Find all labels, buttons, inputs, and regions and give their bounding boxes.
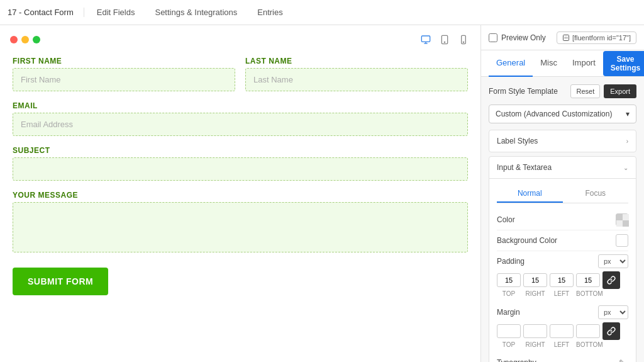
message-field: YOUR MESSAGE <box>13 191 468 252</box>
svg-rect-0 <box>421 36 430 42</box>
margin-top-label: TOP <box>497 341 521 348</box>
message-row: YOUR MESSAGE <box>13 191 468 252</box>
form-preview-area: FIRST NAME LAST NAME EMAIL SUBJECT <box>0 25 480 362</box>
typography-edit-icon[interactable]: ✎ <box>616 356 628 362</box>
normal-focus-tabs: Normal Focus <box>497 185 628 203</box>
padding-link-button[interactable] <box>602 271 620 289</box>
email-row: EMAIL <box>13 101 468 136</box>
svg-rect-13 <box>616 220 623 227</box>
panel-tabs-row: General Misc Import Save Settings <box>481 50 644 77</box>
margin-bottom-input[interactable] <box>576 324 600 338</box>
subtab-focus[interactable]: Focus <box>563 185 629 203</box>
svg-rect-12 <box>623 214 629 220</box>
template-dropdown[interactable]: Custom (Advanced Customization) ▾ <box>489 105 636 123</box>
right-settings-panel: Preview Only [fluentform id="17"] Genera… <box>480 25 644 362</box>
input-textarea-accordion: Input & Textarea ⌄ Normal Focus Color <box>489 156 636 362</box>
tablet-icon[interactable] <box>438 33 452 47</box>
email-input[interactable] <box>13 113 468 136</box>
device-switcher <box>419 33 470 47</box>
window-dots <box>10 36 40 43</box>
svg-point-4 <box>444 42 445 42</box>
reset-button[interactable]: Reset <box>570 84 600 98</box>
form-style-label: Form Style Template <box>489 87 558 96</box>
typography-actions: ✎ <box>616 356 628 362</box>
margin-bottom-label: BOTTOM <box>576 341 600 348</box>
dot-green <box>33 36 40 43</box>
color-label: Color <box>497 215 515 224</box>
last-name-label: LAST NAME <box>245 57 468 65</box>
input-textarea-header[interactable]: Input & Textarea ⌄ <box>489 157 636 178</box>
message-textarea[interactable] <box>13 202 468 252</box>
preview-only-check-input[interactable] <box>489 33 497 42</box>
svg-point-6 <box>463 42 464 42</box>
subject-row: SUBJECT <box>13 146 468 181</box>
form-style-buttons: Reset Export <box>570 84 636 98</box>
margin-label: Margin <box>497 308 520 317</box>
padding-unit-select[interactable]: pxem% <box>598 254 628 268</box>
margin-top-input[interactable] <box>497 324 521 338</box>
padding-label: Padding <box>497 257 525 266</box>
tab-general[interactable]: General <box>489 50 533 77</box>
typography-row: Typography ✎ <box>497 353 628 362</box>
mobile-icon[interactable] <box>457 33 470 47</box>
last-name-field: LAST NAME <box>245 57 468 91</box>
name-row: FIRST NAME LAST NAME <box>13 57 468 91</box>
last-name-input[interactable] <box>245 68 468 91</box>
submit-button[interactable]: SUBMIT FORM <box>13 268 108 295</box>
panel-topbar: Preview Only [fluentform id="17"] <box>481 25 644 50</box>
chevron-down-icon: ▾ <box>626 110 630 118</box>
preview-only-checkbox[interactable]: Preview Only <box>489 33 546 42</box>
chevron-down-icon: ⌄ <box>623 164 628 171</box>
margin-right-label: RIGHT <box>523 341 547 348</box>
color-swatch[interactable] <box>616 213 628 226</box>
edit-fields-nav[interactable]: Edit Fields <box>87 0 145 25</box>
input-textarea-label: Input & Textarea <box>497 163 552 172</box>
margin-link-button[interactable] <box>602 322 620 340</box>
tab-misc[interactable]: Misc <box>533 50 565 77</box>
first-name-input[interactable] <box>13 68 235 91</box>
subject-label: SUBJECT <box>13 146 468 155</box>
first-name-label: FIRST NAME <box>13 57 235 65</box>
template-dropdown-value: Custom (Advanced Customization) <box>496 110 612 118</box>
entries-nav[interactable]: Entries <box>247 0 292 25</box>
padding-right-input[interactable] <box>523 273 547 287</box>
padding-left-input[interactable] <box>550 273 574 287</box>
margin-unit-select[interactable]: pxem% <box>598 305 628 319</box>
settings-nav[interactable]: Settings & Integrations <box>145 0 247 25</box>
save-settings-button[interactable]: Save Settings <box>603 51 644 76</box>
message-label: YOUR MESSAGE <box>13 191 468 200</box>
padding-left-label: LEFT <box>550 290 574 297</box>
label-styles-accordion: Label Styles › <box>489 130 636 152</box>
form-title: 17 - Contact Form <box>8 8 84 17</box>
input-textarea-content: Normal Focus Color Background Color <box>489 178 636 362</box>
top-navigation: 17 - Contact Form Edit Fields Settings &… <box>0 0 644 25</box>
padding-label-row: Padding pxem% <box>497 251 628 271</box>
window-controls-bar <box>0 25 480 52</box>
margin-right-input[interactable] <box>523 324 547 338</box>
dot-yellow <box>21 36 29 43</box>
margin-left-label: LEFT <box>550 341 574 348</box>
first-name-field: FIRST NAME <box>13 57 235 91</box>
svg-rect-11 <box>623 220 629 227</box>
padding-bottom-input[interactable] <box>576 273 600 287</box>
export-button[interactable]: Export <box>604 84 636 98</box>
background-color-label: Background Color <box>497 236 557 245</box>
desktop-icon[interactable] <box>419 33 433 47</box>
svg-rect-7 <box>563 35 569 40</box>
subtab-normal[interactable]: Normal <box>497 185 563 203</box>
padding-bottom-label: BOTTOM <box>576 290 600 297</box>
shortcode-tag[interactable]: [fluentform id="17"] <box>557 31 636 44</box>
background-color-row: Background Color <box>497 230 628 251</box>
tab-import[interactable]: Import <box>565 50 603 77</box>
panel-body: Form Style Template Reset Export Custom … <box>481 77 644 362</box>
typography-label: Typography <box>497 358 536 362</box>
email-label: EMAIL <box>13 101 468 110</box>
subject-input[interactable] <box>13 157 468 181</box>
margin-left-input[interactable] <box>550 324 574 338</box>
form-fields-container: FIRST NAME LAST NAME EMAIL SUBJECT <box>0 52 480 362</box>
padding-top-input[interactable] <box>497 273 521 287</box>
label-styles-header[interactable]: Label Styles › <box>489 130 636 152</box>
padding-top-label: TOP <box>497 290 521 297</box>
main-area: FIRST NAME LAST NAME EMAIL SUBJECT <box>0 25 644 362</box>
background-color-swatch[interactable] <box>616 234 628 247</box>
